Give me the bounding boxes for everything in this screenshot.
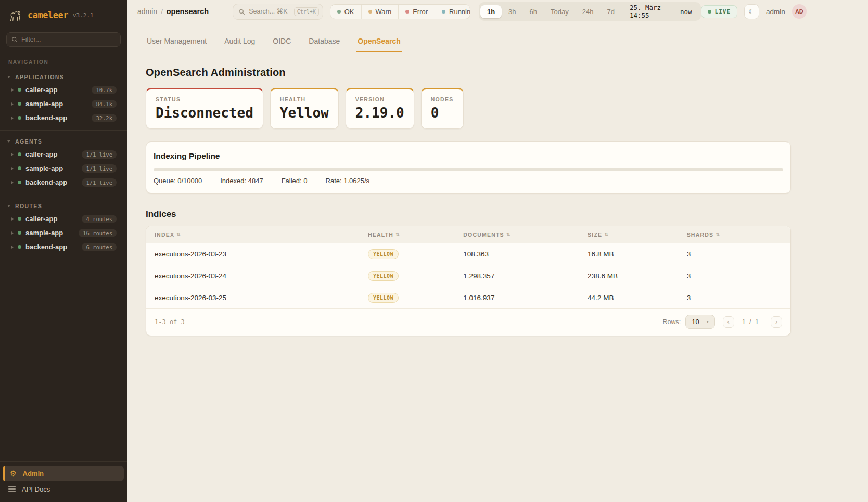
live-toggle[interactable]: LIVE — [701, 5, 738, 18]
chevron-right-icon — [11, 102, 14, 106]
section-label: AGENTS — [15, 138, 42, 145]
sidebar-item-routes-caller-app[interactable]: caller-app 4 routes — [0, 212, 127, 226]
table-header: INDEX ⇅ HEALTH ⇅ DOCUMENTS ⇅ SIZE ⇅ — [146, 226, 790, 243]
time-range-display[interactable]: 25. März 14:55 — now — [621, 4, 699, 19]
pipeline-title: Indexing Pipeline — [154, 151, 783, 161]
ok-dot-icon — [337, 10, 341, 14]
column-header-shards[interactable]: SHARDS ⇅ — [687, 231, 782, 238]
cell-documents: 1.016.937 — [463, 294, 588, 302]
sidebar-item-agents-backend-app[interactable]: backend-app 1/1 live — [0, 175, 127, 189]
tab-oidc[interactable]: OIDC — [272, 35, 292, 52]
tab-audit-log[interactable]: Audit Log — [223, 35, 256, 52]
avatar[interactable]: AD — [792, 4, 807, 19]
filter-ok[interactable]: OK — [330, 5, 362, 19]
next-page-button[interactable]: › — [771, 316, 782, 328]
section-header-applications[interactable]: APPLICATIONS — [0, 71, 127, 83]
sidebar-item-routes-sample-app[interactable]: sample-app 16 routes — [0, 226, 127, 240]
sidebar-filter[interactable] — [6, 32, 121, 47]
section-header-routes[interactable]: ROUTES — [0, 200, 127, 212]
table-row[interactable]: executions-2026-03-24 YELLOW 1.298.357 2… — [146, 265, 790, 287]
rows-label: Rows: — [662, 318, 681, 326]
time-range-1h[interactable]: 1h — [480, 5, 502, 18]
page-title: OpenSearch Administration — [146, 67, 851, 79]
health-card: HEALTH Yellow — [270, 88, 339, 129]
rows-per-page-select[interactable]: 10 ▾ — [685, 315, 714, 329]
filter-warn[interactable]: Warn — [362, 5, 399, 19]
indices-table: INDEX ⇅ HEALTH ⇅ DOCUMENTS ⇅ SIZE ⇅ — [146, 226, 791, 336]
chevron-right-icon — [11, 231, 14, 235]
tab-database[interactable]: Database — [308, 35, 341, 52]
filter-input[interactable] — [21, 36, 116, 43]
item-badge: 84.1k — [92, 100, 117, 108]
chevron-left-icon: ‹ — [727, 318, 730, 326]
column-header-size[interactable]: SIZE ⇅ — [588, 231, 687, 238]
column-header-health[interactable]: HEALTH ⇅ — [368, 231, 463, 238]
tab-user-management[interactable]: User Management — [146, 35, 208, 52]
app-version: v3.2.1 — [73, 12, 94, 19]
sidebar-item-api-docs[interactable]: API Docs — [3, 481, 124, 497]
status-card: STATUS Disconnected — [146, 88, 263, 129]
time-range-6h[interactable]: 6h — [523, 5, 544, 18]
pipeline-rate: Rate: 1.0625/s — [326, 177, 370, 185]
cell-index: executions-2026-03-24 — [155, 272, 368, 280]
item-label: caller-app — [25, 150, 78, 158]
filter-running[interactable]: Running — [435, 5, 470, 19]
time-range-7d[interactable]: 7d — [600, 5, 621, 18]
sort-icon: ⇅ — [395, 232, 400, 237]
section-header-agents[interactable]: AGENTS — [0, 136, 127, 147]
topbar: admin / opensearch Ctrl+K OK — [127, 0, 868, 23]
health-badge: YELLOW — [368, 271, 399, 281]
theme-toggle[interactable]: ☾ — [744, 4, 759, 19]
breadcrumb-parent[interactable]: admin — [137, 7, 157, 16]
pipeline-progress-bar — [154, 168, 783, 171]
search-input[interactable] — [249, 8, 290, 15]
item-label: backend-app — [25, 243, 78, 251]
error-dot-icon — [405, 10, 409, 14]
prev-page-button[interactable]: ‹ — [723, 316, 734, 328]
indices-title: Indices — [146, 209, 851, 220]
sidebar-item-applications-backend-app[interactable]: backend-app 32.2k — [0, 111, 127, 125]
running-dot-icon — [442, 10, 445, 14]
breadcrumb-current: opensearch — [167, 7, 209, 16]
section-label: ROUTES — [15, 203, 42, 209]
column-label: HEALTH — [368, 231, 393, 238]
filter-error[interactable]: Error — [399, 5, 435, 19]
table-row[interactable]: executions-2026-03-25 YELLOW 1.016.937 4… — [146, 287, 790, 309]
sidebar-item-agents-sample-app[interactable]: sample-app 1/1 live — [0, 161, 127, 175]
sort-icon: ⇅ — [604, 232, 609, 237]
shortcut-kbd: Ctrl+K — [294, 7, 319, 16]
sidebar-item-admin[interactable]: ⚙ Admin — [3, 466, 124, 481]
cell-health: YELLOW — [368, 293, 463, 303]
tab-opensearch[interactable]: OpenSearch — [356, 35, 401, 52]
stat-cards: STATUS Disconnected HEALTH Yellow VERSIO… — [146, 88, 851, 129]
time-range-3h[interactable]: 3h — [502, 5, 522, 18]
item-badge: 10.7k — [92, 86, 117, 94]
chevron-down-icon — [7, 205, 10, 207]
item-label: sample-app — [25, 100, 87, 108]
stat-value: 2.19.0 — [355, 105, 404, 121]
pipeline-indexed: Indexed: 4847 — [220, 177, 263, 185]
table-row[interactable]: executions-2026-03-23 YELLOW 108.363 16.… — [146, 243, 790, 265]
column-header-documents[interactable]: DOCUMENTS ⇅ — [463, 231, 588, 238]
time-range-24h[interactable]: 24h — [576, 5, 601, 18]
sidebar-section-agents: AGENTS caller-app 1/1 live sample-app 1/… — [0, 136, 127, 189]
chevron-right-icon — [11, 117, 14, 120]
column-header-index[interactable]: INDEX ⇅ — [155, 231, 368, 238]
sidebar-item-applications-caller-app[interactable]: caller-app 10.7k — [0, 83, 127, 97]
sort-icon: ⇅ — [506, 232, 511, 237]
item-label: sample-app — [25, 164, 78, 172]
divider — [0, 130, 127, 131]
item-badge: 32.2k — [92, 114, 117, 122]
time-range-today[interactable]: Today — [544, 5, 576, 18]
sidebar-item-routes-backend-app[interactable]: backend-app 6 routes — [0, 240, 127, 254]
menu-icon — [8, 486, 16, 492]
sidebar-item-applications-sample-app[interactable]: sample-app 84.1k — [0, 97, 127, 111]
global-search[interactable]: Ctrl+K — [233, 4, 323, 20]
item-label: caller-app — [25, 215, 78, 223]
filter-label: Error — [413, 8, 428, 16]
sort-icon: ⇅ — [716, 232, 720, 237]
sidebar-item-agents-caller-app[interactable]: caller-app 1/1 live — [0, 147, 127, 161]
item-badge: 1/1 live — [82, 150, 117, 159]
search-icon — [11, 36, 18, 43]
pagination: Rows: 10 ▾ ‹ 1 / 1 › — [662, 315, 782, 329]
